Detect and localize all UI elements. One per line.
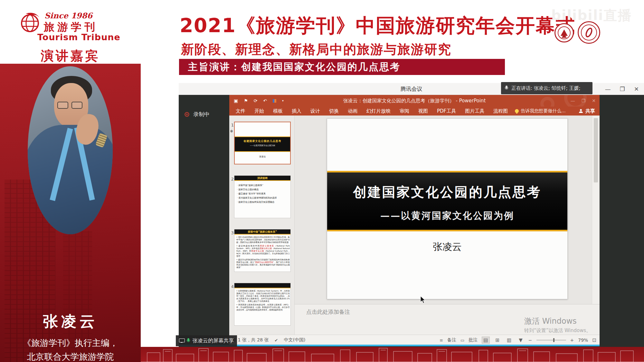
thumbnail-number: 3 xyxy=(229,230,234,235)
lightbulb-icon xyxy=(515,109,519,113)
redo-icon[interactable]: ⟳ xyxy=(254,98,258,103)
qat-more-icon[interactable]: ▾ xyxy=(282,99,284,102)
tab-template[interactable]: 模板 xyxy=(269,107,287,116)
zoom-out-button[interactable]: − xyxy=(528,338,532,343)
now-speaking-text: 正在讲话: 张凌云; 邹统钎; 王媛; xyxy=(511,85,581,91)
thumb2-bullet: · 黄河国家文化公园管理体制机制的选择 xyxy=(237,196,289,200)
now-speaking-toast: 正在讲话: 张凌云; 邹统钎; 王媛; xyxy=(501,82,592,94)
recording-indicator: 录制中 xyxy=(185,111,210,118)
thumbnail-number: 1 xyxy=(229,123,234,127)
fit-to-window-icon[interactable]: ⊡ xyxy=(592,337,596,343)
tab-view[interactable]: 视图 xyxy=(414,107,432,116)
mic-on-icon xyxy=(187,338,190,343)
keynote-banner-text: 主旨演讲：创建我国国家文化公园的几点思考 xyxy=(179,59,505,75)
slide-author: 张凌云 xyxy=(327,240,567,254)
thumb3-text: 建议构建统筹的中国 xyxy=(239,245,260,247)
print-preview-icon[interactable]: ⚑ xyxy=(244,98,248,103)
slide-sorter-view-button[interactable]: ⊞ xyxy=(494,337,501,344)
keynote-banner: 主旨演讲：创建我国国家文化公园的几点思考 xyxy=(179,59,505,75)
ppt-close-button[interactable]: ✕ xyxy=(592,98,596,103)
notes-placeholder: 点击此处添加备注 xyxy=(306,308,350,316)
tab-slideshow[interactable]: 幻灯片放映 xyxy=(362,107,395,116)
save-icon[interactable]: ▣ xyxy=(234,98,238,103)
activate-windows-line1: 激活 Windows xyxy=(524,316,591,326)
speaker-bio-line: 《旅游学刊》执行主编， xyxy=(0,336,141,350)
slide-title: 创建国家文化公园的几点思考 xyxy=(327,183,567,201)
thumb3-text-red: 国家文化公园 xyxy=(251,250,264,252)
slide-thumbnail-3[interactable]: 探索中国“国家公园体系” 现行试点的国家公园多分布在西部和大江大河源头区域，集中… xyxy=(234,229,291,272)
tourism-tribune-globe-icon xyxy=(19,10,42,34)
thumb3-text: 现行试点的国家公园多分布在西部和大江大河源头区域，集中于地广人稀的自然荒野地带，… xyxy=(236,236,290,243)
thumb1-title: 创建国家文化公园的几点思考 xyxy=(235,139,290,143)
screen-share-border xyxy=(179,345,600,346)
thumb1-title-band: 创建国家文化公园的几点思考 ——以黄河国家文化公园为例 xyxy=(235,136,290,152)
thumb4-header xyxy=(234,283,290,288)
tell-me-box[interactable]: 告诉我您想要做什么... xyxy=(515,108,565,114)
comments-toggle[interactable]: 批注 xyxy=(469,337,478,343)
slide-thumbnail-1[interactable]: 创建国家文化公园的几点思考 ——以黄河国家文化公园为例 张凌云 xyxy=(234,122,291,164)
animation-star-icon: ✱ xyxy=(230,129,233,134)
close-button[interactable]: ✕ xyxy=(634,86,639,92)
quick-access-toolbar: ▣ ⚑ ⟳ ↶ ▾ xyxy=(234,95,284,107)
share-button[interactable]: 共享 xyxy=(579,107,595,116)
maximize-button[interactable]: ❐ xyxy=(620,86,625,92)
undo-icon[interactable]: ↶ xyxy=(263,98,267,103)
thumb3-text-red: 国家公园体系 xyxy=(260,245,274,247)
tab-flowchart[interactable]: 流程图 xyxy=(489,107,512,116)
tab-insert[interactable]: 插入 xyxy=(287,107,306,116)
tab-design[interactable]: 设计 xyxy=(306,107,325,116)
ppt-maximize-button[interactable]: ❐ xyxy=(582,98,586,103)
slide-editing-canvas[interactable]: 创建国家文化公园的几点思考 ——以黄河国家文化公园为例 张凌云 xyxy=(295,116,592,304)
reading-view-button[interactable]: ▥ xyxy=(505,337,513,344)
page-title: 2021《旅游学刊》中国旅游研究年会开幕式 xyxy=(180,13,575,39)
thumb3-header: 探索中国“国家公园体系” xyxy=(234,229,290,235)
zoom-level[interactable]: 79% xyxy=(578,338,588,343)
current-slide[interactable]: 创建国家文化公园的几点思考 ——以黄河国家文化公园为例 张凌云 xyxy=(327,118,568,299)
chart-icon[interactable] xyxy=(273,99,276,103)
share-label: 共享 xyxy=(585,108,595,114)
zoom-slider-knob[interactable] xyxy=(553,338,554,342)
thumb2-bullet: · 国家文化公园的概念 xyxy=(237,188,289,192)
zoom-slider[interactable] xyxy=(536,340,566,340)
screen-share-tag: 张凌云的屏幕共享 xyxy=(176,335,237,346)
thumb4-text: 在美国国家公园体系（National Park System）中，自然资源类占三… xyxy=(236,290,290,302)
zoom-in-button[interactable]: + xyxy=(570,338,574,343)
tab-home[interactable]: 开始 xyxy=(250,107,269,116)
microphone-icon xyxy=(505,86,508,91)
university-seal-buu xyxy=(578,21,600,44)
slide-title-band: 创建国家文化公园的几点思考 ——以黄河国家文化公园为例 xyxy=(327,171,567,231)
tab-picture-tools[interactable]: 图片工具 xyxy=(460,107,489,116)
ribbon-tab-bar: 文件 开始 模板 插入 设计 切换 动画 幻灯片放映 审阅 视图 PDF工具 图… xyxy=(229,107,600,116)
tab-animations[interactable]: 动画 xyxy=(343,107,362,116)
speaker-bio-line: 北京联合大学旅游学院 xyxy=(0,350,141,362)
tab-review[interactable]: 审阅 xyxy=(395,107,414,116)
speaker-bio: 《旅游学刊》执行主编， 北京联合大学旅游学院 特聘教授 xyxy=(0,336,141,362)
slide-subtitle: ——以黄河国家文化公园为例 xyxy=(327,209,567,222)
language-indicator[interactable]: 中文(中国) xyxy=(284,337,305,343)
thumbnail-number: 2 xyxy=(229,177,234,181)
minimize-button[interactable]: — xyxy=(605,86,611,92)
vertical-scrollbar[interactable] xyxy=(592,116,600,304)
scrollbar-thumb[interactable] xyxy=(594,118,598,182)
notes-pane[interactable]: 点击此处添加备注 激活 Windows 转到“设置”以激活 Windows。 xyxy=(295,304,600,335)
tab-file[interactable]: 文件 xyxy=(231,107,250,116)
sidebar-red-panel: 张凌云 《旅游学刊》执行主编， 北京联合大学旅游学院 特聘教授 中国·上海前沿 … xyxy=(0,64,141,362)
slideshow-button[interactable]: ▼ xyxy=(517,337,524,344)
thumb4-text: 美国国家公园体系的实践说明，在国家公园体系（NPS）中，文化类型的单元（公园）数… xyxy=(236,303,290,311)
speaker-name: 张凌云 xyxy=(0,311,141,332)
speaker-portrait xyxy=(28,66,113,234)
recording-label: 录制中 xyxy=(193,111,210,118)
ppt-minimize-button[interactable]: — xyxy=(571,98,575,103)
tab-pdf-tools[interactable]: PDF工具 xyxy=(432,107,460,116)
city-skyline-strip xyxy=(141,347,644,362)
ppt-status-bar: 第 1 张，共 28 张 ✔ 中文(中国) ≡ 备注 ▭ 批注 ▤ ⊞ ▥ ▼ … xyxy=(229,335,600,345)
comments-icon: ▭ xyxy=(460,338,464,343)
slide-thumbnail-2[interactable]: 演讲提纲 · 探索中国“国家公园体系” · 国家文化公园的概念 · 建立健全“黄… xyxy=(234,175,291,218)
tab-transitions[interactable]: 切换 xyxy=(325,107,343,116)
thumb1-subtitle: ——以黄河国家文化公园为例 xyxy=(235,144,290,147)
notes-toggle[interactable]: 备注 xyxy=(447,337,456,343)
thumb2-bullet: · 探索中国“国家公园体系” xyxy=(237,183,289,188)
slide-thumbnail-4[interactable]: 在美国国家公园体系（National Park System）中，自然资源类占三… xyxy=(234,283,291,326)
normal-view-button[interactable]: ▤ xyxy=(482,337,489,344)
spell-check-icon[interactable]: ✔ xyxy=(275,338,278,343)
